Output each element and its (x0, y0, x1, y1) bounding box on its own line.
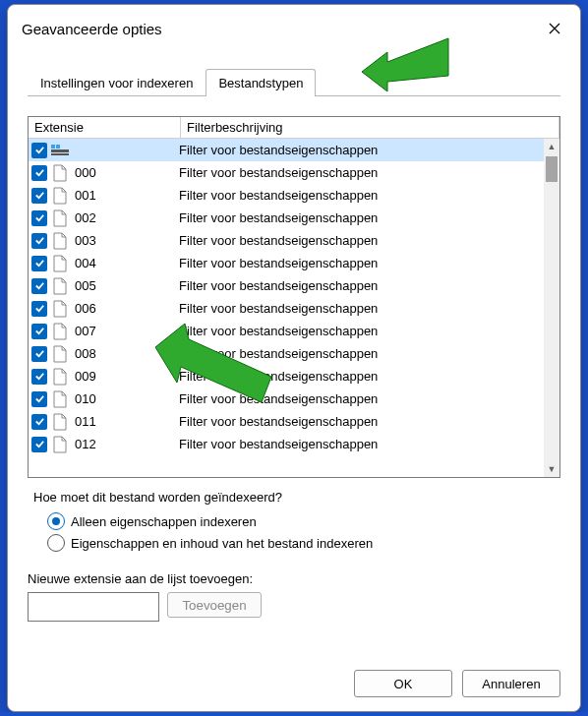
table-row[interactable]: 010Filter voor bestandseigenschappen (29, 388, 559, 410)
file-icon (51, 187, 69, 205)
file-icon (51, 232, 69, 250)
table-row[interactable]: 001Filter voor bestandseigenschappen (29, 184, 559, 207)
checkbox[interactable] (31, 346, 47, 362)
filter-cell: Filter voor bestandseigenschappen (179, 188, 559, 203)
checkbox[interactable] (31, 437, 47, 452)
advanced-options-dialog: Geavanceerde opties Instellingen voor in… (7, 4, 581, 712)
file-icon (51, 277, 69, 295)
checkbox[interactable] (31, 369, 47, 385)
checkbox[interactable] (31, 256, 47, 271)
tab-file-types[interactable]: Bestandstypen (206, 69, 316, 96)
radio-properties-and-content[interactable]: Eigenschappen en inhoud van het bestand … (47, 532, 560, 554)
extension-cell: 005 (75, 278, 179, 293)
filter-cell: Filter voor bestandseigenschappen (179, 369, 559, 384)
close-button[interactable] (541, 15, 568, 42)
ok-button[interactable]: OK (354, 670, 452, 697)
table-row[interactable]: Filter voor bestandseigenschappen (29, 139, 559, 161)
filter-cell: Filter voor bestandseigenschappen (179, 143, 559, 157)
file-icon (51, 300, 69, 318)
table-row[interactable]: 007Filter voor bestandseigenschappen (29, 320, 559, 342)
dialog-buttons: OK Annuleren (354, 670, 560, 697)
radio-label: Eigenschappen en inhoud van het bestand … (71, 536, 373, 551)
table-row[interactable]: 009Filter voor bestandseigenschappen (29, 365, 559, 388)
checkbox[interactable] (31, 143, 47, 158)
filter-cell: Filter voor bestandseigenschappen (179, 233, 559, 248)
extension-cell: 008 (75, 346, 179, 361)
filter-cell: Filter voor bestandseigenschappen (179, 165, 559, 180)
radio-icon (47, 512, 65, 530)
table-row[interactable]: 002Filter voor bestandseigenschappen (29, 207, 559, 229)
indexing-radio-group: Alleen eigenschappen indexeren Eigenscha… (28, 508, 560, 562)
file-icon (51, 345, 69, 363)
file-icon (51, 209, 69, 227)
extension-cell: 002 (75, 210, 179, 225)
scrollbar-thumb[interactable] (546, 156, 558, 182)
checkbox[interactable] (31, 301, 47, 317)
filter-cell: Filter voor bestandseigenschappen (179, 346, 559, 361)
checkbox[interactable] (31, 210, 47, 226)
table-row[interactable]: 005Filter voor bestandseigenschappen (29, 274, 559, 297)
filter-cell: Filter voor bestandseigenschappen (179, 437, 559, 451)
new-extension-input[interactable] (28, 592, 159, 622)
list-header: Extensie Filterbeschrijving (29, 117, 559, 139)
extension-cell: 004 (75, 256, 179, 270)
checkbox[interactable] (31, 188, 47, 204)
table-row[interactable]: 008Filter voor bestandseigenschappen (29, 342, 559, 365)
table-row[interactable]: 011Filter voor bestandseigenschappen (29, 410, 559, 433)
new-extension-section: Nieuwe extensie aan de lijst toevoegen: … (28, 562, 560, 622)
svg-rect-2 (51, 149, 69, 152)
extension-cell: 001 (75, 188, 179, 203)
extension-cell: 006 (75, 301, 179, 316)
titlebar: Geavanceerde opties (8, 5, 580, 48)
column-extension[interactable]: Extensie (29, 117, 181, 138)
checkbox[interactable] (31, 233, 47, 249)
table-row[interactable]: 003Filter voor bestandseigenschappen (29, 229, 559, 252)
scrollbar-up-arrow[interactable]: ▲ (544, 139, 559, 154)
checkbox[interactable] (31, 278, 47, 294)
filter-cell: Filter voor bestandseigenschappen (179, 414, 559, 429)
filter-cell: Filter voor bestandseigenschappen (179, 324, 559, 338)
extension-cell: 003 (75, 233, 179, 248)
column-filter[interactable]: Filterbeschrijving (181, 117, 559, 138)
checkbox[interactable] (31, 414, 47, 430)
table-row[interactable]: 004Filter voor bestandseigenschappen (29, 252, 559, 274)
file-types-list[interactable]: Extensie Filterbeschrijving Filter voor … (28, 116, 560, 478)
radio-label: Alleen eigenschappen indexeren (71, 514, 257, 529)
close-icon (549, 23, 560, 34)
file-icon (51, 323, 69, 340)
cancel-button[interactable]: Annuleren (462, 670, 560, 697)
extension-cell: 007 (75, 324, 179, 338)
checkbox[interactable] (31, 391, 47, 407)
radio-icon (47, 534, 65, 552)
filter-cell: Filter voor bestandseigenschappen (179, 391, 559, 406)
extension-cell: 009 (75, 369, 179, 384)
indexing-question: Hoe moet dit bestand worden geïndexeerd? (28, 478, 560, 508)
radio-properties-only[interactable]: Alleen eigenschappen indexeren (47, 510, 560, 532)
svg-rect-0 (51, 145, 55, 149)
special-file-icon (51, 142, 69, 159)
scrollbar-down-arrow[interactable]: ▼ (544, 461, 559, 477)
file-icon (51, 413, 69, 431)
checkbox[interactable] (31, 324, 47, 339)
window-title: Geavanceerde opties (22, 21, 541, 37)
extension-cell: 010 (75, 391, 179, 406)
table-row[interactable]: 012Filter voor bestandseigenschappen (29, 433, 559, 455)
filter-cell: Filter voor bestandseigenschappen (179, 301, 559, 316)
filter-cell: Filter voor bestandseigenschappen (179, 210, 559, 225)
tab-indexing-settings[interactable]: Instellingen voor indexeren (28, 69, 206, 96)
filter-cell: Filter voor bestandseigenschappen (179, 278, 559, 293)
add-button[interactable]: Toevoegen (167, 592, 262, 618)
svg-rect-3 (51, 153, 69, 155)
extension-cell: 000 (75, 165, 179, 180)
filter-cell: Filter voor bestandseigenschappen (179, 256, 559, 270)
extension-cell: 012 (75, 437, 179, 451)
scrollbar[interactable]: ▲ ▼ (544, 139, 559, 477)
table-row[interactable]: 000Filter voor bestandseigenschappen (29, 161, 559, 184)
tab-bar: Instellingen voor indexeren Bestandstype… (28, 68, 560, 96)
file-icon (51, 368, 69, 386)
file-icon (51, 390, 69, 408)
file-icon (51, 255, 69, 272)
checkbox[interactable] (31, 165, 47, 181)
file-icon (51, 436, 69, 453)
table-row[interactable]: 006Filter voor bestandseigenschappen (29, 297, 559, 320)
